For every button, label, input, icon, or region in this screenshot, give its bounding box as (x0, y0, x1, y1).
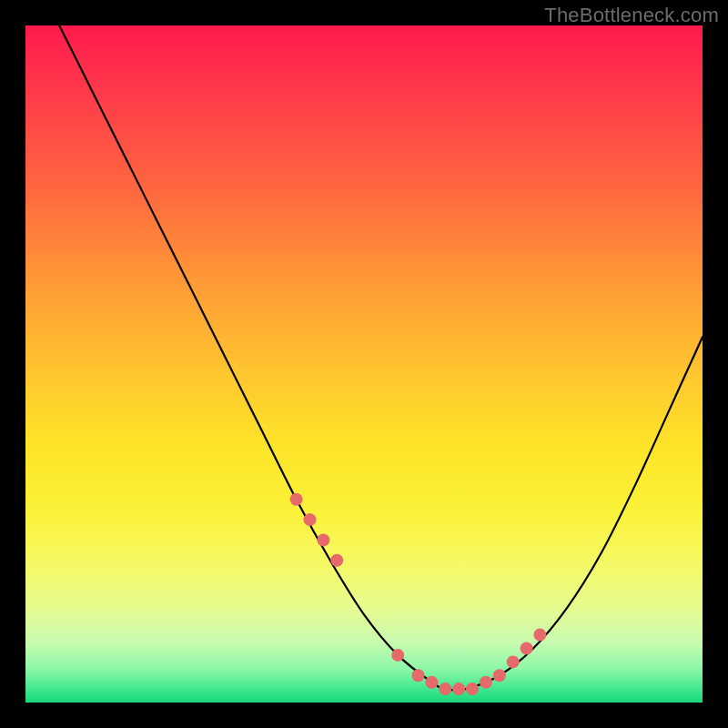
chart-svg (25, 25, 703, 703)
bottleneck-curve (59, 25, 703, 691)
chart-frame: TheBottleneck.com (0, 0, 728, 728)
marker-point (480, 676, 492, 689)
marker-point (304, 513, 317, 526)
marker-point (425, 676, 438, 689)
marker-point (391, 649, 404, 662)
marker-point (290, 493, 303, 506)
marker-point (466, 682, 479, 695)
marker-point (317, 533, 329, 546)
marker-point (521, 642, 533, 655)
marker-point (533, 629, 546, 642)
marker-point (452, 682, 465, 695)
marker-point (412, 669, 425, 682)
marker-point (507, 655, 520, 668)
highlighted-points (290, 493, 547, 695)
marker-point (330, 554, 343, 567)
chart-plot-area (25, 25, 703, 703)
marker-point (493, 669, 506, 682)
marker-point (439, 682, 451, 695)
watermark-text: TheBottleneck.com (544, 4, 719, 27)
